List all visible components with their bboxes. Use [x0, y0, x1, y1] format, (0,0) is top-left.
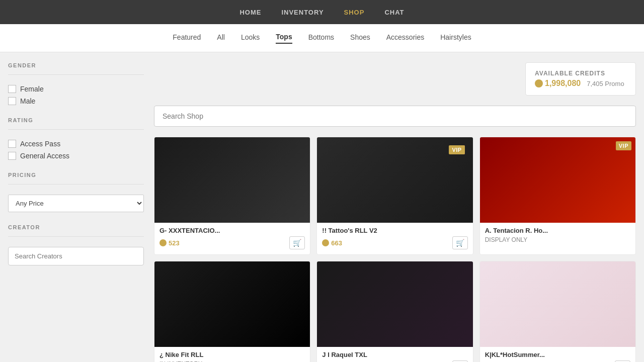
product-name-6: K|KL*HotSummer... [485, 351, 630, 358]
vip-badge-3: VIP [616, 141, 631, 150]
add-to-cart-2[interactable]: 🛒 [452, 236, 468, 249]
vip-badge-2: VIP [449, 145, 464, 154]
product-name-3: A. Tentacion R. Ho... [485, 227, 630, 234]
gender-male-row: Male [8, 97, 144, 105]
gender-male-checkbox[interactable] [8, 97, 16, 105]
product-body-1: G- XXXTENTACIO... 523 🛒 [154, 223, 310, 254]
creator-title: CREATOR [8, 224, 144, 230]
rating-ga-label[interactable]: General Access [20, 152, 69, 160]
price-select[interactable]: Any Price Free Paid [8, 195, 144, 212]
product-image-6 [480, 261, 635, 347]
product-price-2: 663 [322, 239, 342, 247]
add-to-cart-1[interactable]: 🛒 [289, 236, 305, 249]
credits-title: Available Credits [535, 70, 626, 77]
product-name-2: !! Tattoo's RLL V2 [322, 227, 467, 234]
credits-coin-icon [535, 79, 543, 87]
product-card-6: K|KL*HotSummer... 631 🛒 [479, 261, 636, 362]
rating-title: RATING [8, 117, 144, 123]
product-card-4: ¿ Nike Fit RLL IN INVENTORY [154, 261, 310, 362]
price-coin-icon-1 [159, 239, 167, 246]
gender-female-label[interactable]: Female [20, 85, 44, 93]
credits-amount: 1,998,080 [535, 79, 581, 88]
sidebar: GENDER Female Male RATING Access Pass Ge… [8, 62, 144, 362]
top-nav: HOME INVENTORY SHOP CHAT [0, 0, 644, 24]
product-grid: G- XXXTENTACIO... 523 🛒 AP [154, 137, 636, 362]
product-card-1: G- XXXTENTACIO... 523 🛒 [154, 137, 310, 255]
rating-ap-label[interactable]: Access Pass [20, 140, 60, 148]
gender-title: GENDER [8, 62, 144, 68]
rating-ap-checkbox[interactable] [8, 140, 16, 148]
product-image-5 [317, 261, 472, 347]
nav-chat[interactable]: CHAT [384, 9, 404, 16]
rating-ga-checkbox[interactable] [8, 152, 16, 160]
product-name-4: ¿ Nike Fit RLL [159, 351, 305, 358]
credits-promo: 7,405 Promo [587, 80, 624, 87]
product-card-2: AP VIP !! Tattoo's RLL V2 663 🛒 [316, 137, 473, 255]
category-nav: Featured All Looks Tops Bottoms Shoes Ac… [0, 24, 644, 52]
price-number-1: 523 [169, 239, 180, 247]
product-body-5: J I Raquel TXL 474 🛒 [317, 347, 472, 362]
nav-shop[interactable]: SHOP [344, 9, 365, 16]
cat-accessories[interactable]: Accessories [386, 33, 424, 43]
pricing-title: PRICING [8, 172, 144, 178]
nav-home[interactable]: HOME [239, 9, 261, 16]
cat-looks[interactable]: Looks [241, 33, 260, 43]
price-coin-icon-2 [322, 239, 329, 246]
product-body-6: K|KL*HotSummer... 631 🛒 [480, 347, 635, 362]
credits-number: 1,998,080 [545, 79, 581, 88]
cat-hairstyles[interactable]: Hairstyles [440, 33, 471, 43]
main-layout: GENDER Female Male RATING Access Pass Ge… [0, 52, 644, 362]
rating-ga-row: General Access [8, 152, 144, 160]
nav-inventory[interactable]: INVENTORY [281, 9, 324, 16]
product-name-1: G- XXXTENTACIO... [159, 227, 305, 234]
product-price-row-1: 523 🛒 [159, 236, 305, 249]
cat-tops[interactable]: Tops [276, 33, 292, 44]
cat-all[interactable]: All [217, 33, 225, 43]
product-body-2: !! Tattoo's RLL V2 663 🛒 [317, 223, 472, 254]
gender-female-row: Female [8, 85, 144, 93]
gender-male-label[interactable]: Male [20, 97, 35, 105]
product-image-3: VIP [480, 137, 635, 223]
cat-bottoms[interactable]: Bottoms [308, 33, 334, 43]
product-status-row-3: DISPLAY ONLY [485, 236, 630, 243]
gender-female-checkbox[interactable] [8, 85, 16, 93]
rating-ap-row: Access Pass [8, 140, 144, 148]
product-price-1: 523 [159, 239, 180, 247]
creator-section: CREATOR [8, 224, 144, 265]
product-image-4 [154, 261, 310, 347]
cat-shoes[interactable]: Shoes [350, 33, 370, 43]
product-card-5: J I Raquel TXL 474 🛒 [316, 261, 473, 362]
rating-section: RATING Access Pass General Access [8, 117, 144, 160]
product-status-3: DISPLAY ONLY [485, 236, 528, 243]
product-body-4: ¿ Nike Fit RLL IN INVENTORY [154, 347, 310, 362]
gender-section: GENDER Female Male [8, 62, 144, 105]
creator-search-input[interactable] [8, 247, 144, 265]
product-image-1 [154, 137, 310, 223]
credits-values: 1,998,080 7,405 Promo [535, 79, 626, 88]
product-body-3: A. Tentacion R. Ho... DISPLAY ONLY [480, 223, 635, 248]
credits-panel: Available Credits 1,998,080 7,405 Promo [525, 62, 636, 96]
cat-featured[interactable]: Featured [173, 33, 201, 43]
main-content: Available Credits 1,998,080 7,405 Promo … [154, 62, 636, 362]
product-image-2: AP VIP [317, 137, 472, 223]
product-name-5: J I Raquel TXL [322, 351, 467, 358]
price-number-2: 663 [331, 239, 342, 247]
shop-search-input[interactable] [154, 106, 636, 127]
product-card-3: VIP A. Tentacion R. Ho... DISPLAY ONLY [479, 137, 636, 255]
pricing-section: PRICING Any Price Free Paid [8, 172, 144, 212]
product-price-row-2: 663 🛒 [322, 236, 467, 249]
